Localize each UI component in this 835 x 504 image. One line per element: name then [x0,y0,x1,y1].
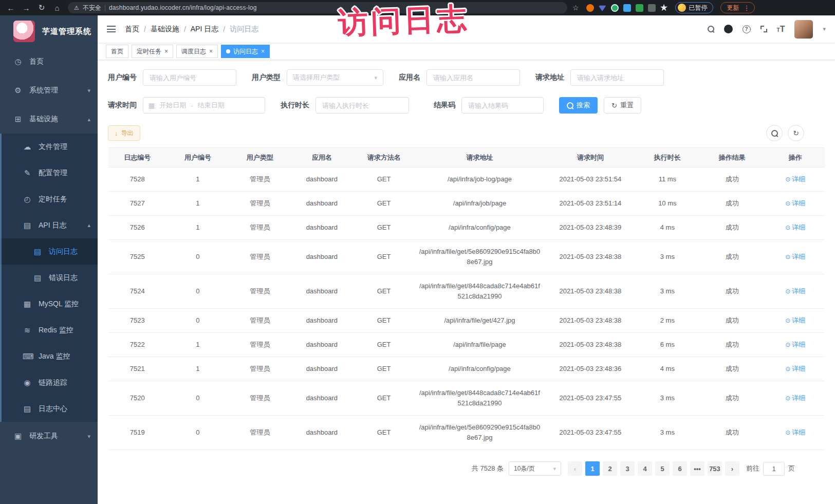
tab-job-log[interactable]: 调度日志× [176,45,218,58]
page-button[interactable]: 753 [708,461,722,476]
refresh-table-button[interactable]: ↻ [788,125,804,141]
cell-url: /api/infra/file/get/427.jpg [415,309,545,333]
prev-page-button[interactable]: ‹ [568,461,582,476]
sidebar-item-mysql-monitor[interactable]: ▦MySQL 监控 [0,291,98,317]
sidebar-item-dev-tools[interactable]: ▣研发工具▾ [0,422,98,451]
app-name-input[interactable] [426,69,520,86]
help-icon[interactable]: ? [743,25,751,33]
reset-button[interactable]: ↻ 重置 [604,97,641,114]
detail-link[interactable]: ⊙详细 [785,174,805,184]
profile-paused-badge[interactable]: 已暂停 [675,2,713,13]
page-size-select[interactable]: 10条/页 ▾ [509,461,561,476]
extension-icon[interactable] [586,4,594,12]
detail-link[interactable]: ⊙详细 [785,252,805,262]
tab-home[interactable]: 首页 [106,45,128,58]
sidebar-item-label: 文件管理 [39,142,67,152]
kebab-menu-icon[interactable]: ⋮ [744,4,750,12]
cell-action: ⊙详细 [766,381,825,416]
detail-link[interactable]: ⊙详细 [785,198,805,209]
app-logo[interactable]: 芋道管理系统 [0,15,98,47]
sidebar-item-home[interactable]: ◷首页 [0,47,98,76]
trace-icon: ◉ [23,378,32,387]
eye-icon: ⊙ [785,286,790,296]
detail-link[interactable]: ⊙详细 [785,393,805,403]
breadcrumb-item[interactable]: API 日志 [191,25,218,34]
sidebar-item-log-center[interactable]: ▤日志中心 [0,396,98,422]
github-icon[interactable] [724,25,733,33]
detail-link[interactable]: ⊙详细 [785,427,805,438]
sidebar-item-system-management[interactable]: ⚙系统管理▾ [0,76,98,105]
tab-label: 调度日志 [181,47,206,56]
detail-link[interactable]: ⊙详细 [785,364,805,374]
cell-user-id: 1 [167,167,229,192]
browser-home-icon[interactable]: ⌂ [50,4,64,12]
breadcrumb-item[interactable]: 基础设施 [151,25,179,34]
extension-icon[interactable] [623,4,631,12]
sidebar-item-access-log[interactable]: ▤访问日志 [0,238,98,265]
fontsize-icon[interactable]: TT [777,25,785,33]
fullscreen-icon[interactable] [760,26,767,32]
browser-reload-icon[interactable]: ↻ [35,3,48,12]
detail-link[interactable]: ⊙详细 [785,315,805,326]
goto-page-input[interactable] [763,462,785,476]
sidebar-item-trace[interactable]: ◉链路追踪 [0,369,98,396]
page-button[interactable]: 3 [620,461,635,476]
export-button[interactable]: ↓ 导出 [108,125,140,141]
bookmark-star-icon[interactable]: ☆ [572,4,579,12]
sidebar-item-config-management[interactable]: ✎配置管理 [0,160,98,186]
pagination: 共 7528 条 10条/页 ▾ ‹123456•••753› 前往 页 [108,461,795,476]
sidebar-item-error-log[interactable]: ▤错误日志 [0,265,98,291]
log-icon: ▤ [23,221,32,230]
user-avatar[interactable] [794,20,813,39]
search-icon[interactable] [708,26,714,32]
close-icon[interactable]: × [164,48,168,54]
browser-update-button[interactable]: 更新 ⋮ [720,2,755,13]
toggle-search-button[interactable] [766,125,783,141]
user-id-input[interactable] [143,69,236,86]
search-button[interactable]: 搜索 [559,97,598,114]
extension-icon[interactable] [648,4,656,12]
extension-icon[interactable] [660,4,668,12]
access-log-icon: ▤ [33,247,42,256]
sidebar-item-file-management[interactable]: ☁文件管理 [0,134,98,160]
detail-link[interactable]: ⊙详细 [785,222,805,233]
extension-icon[interactable] [636,4,643,12]
page-button[interactable]: 4 [638,461,652,476]
result-code-input[interactable] [461,97,544,114]
page-button[interactable]: 5 [655,461,670,476]
chevron-down-icon[interactable]: ▾ [823,26,826,32]
browser-back-icon[interactable]: ← [4,4,17,12]
sidebar-item-redis-monitor[interactable]: ≋Redis 监控 [0,317,98,343]
next-page-button[interactable]: › [725,461,739,476]
request-time-range[interactable]: ▦ 开始日期 - 结束日期 [143,97,265,114]
close-icon[interactable]: × [261,48,265,54]
request-url-input[interactable] [570,69,664,86]
cell-duration: 3 ms [636,416,698,450]
close-icon[interactable]: × [209,48,213,54]
browser-forward-icon[interactable]: → [20,4,33,12]
tab-scheduled-jobs[interactable]: 定时任务× [132,45,173,58]
duration-input[interactable] [316,97,409,114]
address-bar[interactable]: ⚠ 不安全 dashboard.yudao.iocoder.cn/infra/l… [68,2,567,13]
more-pages-button[interactable]: ••• [690,461,704,476]
extension-icon[interactable] [599,4,606,11]
cell-user-id: 0 [167,309,229,333]
extension-icon[interactable] [611,4,619,12]
tab-access-log[interactable]: 访问日志× [221,45,270,58]
eye-icon: ⊙ [785,174,790,184]
page-button[interactable]: 1 [585,461,600,476]
eye-icon: ⊙ [785,252,790,262]
sidebar-item-scheduled-jobs[interactable]: ◴定时任务 [0,186,98,212]
sidebar-item-java-monitor[interactable]: ⌨Java 监控 [0,343,98,369]
cell-result: 成功 [698,381,766,416]
detail-link[interactable]: ⊙详细 [785,340,805,350]
user-type-select[interactable]: 请选择用户类型 ▾ [287,69,383,86]
page-button[interactable]: 2 [603,461,617,476]
page-button[interactable]: 6 [673,461,687,476]
sidebar-item-api-log[interactable]: ▤API 日志▴ [0,212,98,238]
detail-link[interactable]: ⊙详细 [785,286,805,296]
column-header: 用户类型 [229,148,291,167]
hamburger-icon[interactable] [107,26,116,32]
sidebar-item-infrastructure[interactable]: ⊞基础设施▴ [0,105,98,134]
breadcrumb-item[interactable]: 首页 [125,25,139,34]
